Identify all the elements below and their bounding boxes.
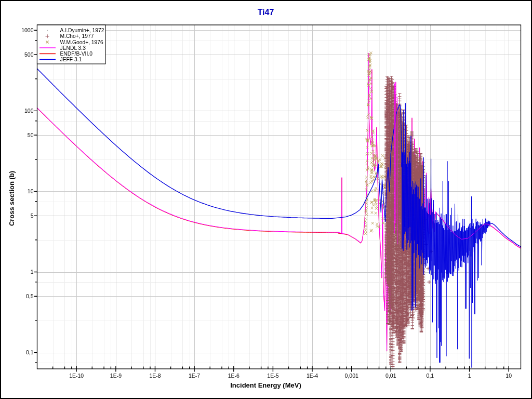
svg-text:1: 1 bbox=[31, 269, 34, 275]
svg-text:0,001: 0,001 bbox=[345, 373, 358, 379]
svg-text:M.Cho+, 1977: M.Cho+, 1977 bbox=[60, 33, 94, 39]
svg-text:1E-7: 1E-7 bbox=[189, 373, 200, 379]
svg-text:Ti47: Ti47 bbox=[258, 8, 274, 17]
svg-text:1E-4: 1E-4 bbox=[307, 373, 318, 379]
svg-text:1: 1 bbox=[468, 373, 471, 379]
svg-text:1E-8: 1E-8 bbox=[149, 373, 161, 379]
svg-text:ENDF/B-VII.0: ENDF/B-VII.0 bbox=[60, 51, 93, 57]
svg-text:0,01: 0,01 bbox=[385, 373, 396, 379]
svg-text:50: 50 bbox=[28, 132, 34, 138]
svg-text:1000: 1000 bbox=[21, 27, 34, 33]
svg-text:5: 5 bbox=[31, 212, 34, 219]
svg-text:1E-5: 1E-5 bbox=[267, 373, 278, 379]
svg-text:JENDL 3.3: JENDL 3.3 bbox=[60, 45, 86, 51]
svg-text:A.I.Dyumin+, 1972: A.I.Dyumin+, 1972 bbox=[60, 28, 104, 33]
svg-text:10: 10 bbox=[506, 373, 512, 379]
svg-text:1E-10: 1E-10 bbox=[69, 373, 84, 379]
svg-text:JEFF 3.1: JEFF 3.1 bbox=[60, 57, 82, 62]
svg-text:1E-6: 1E-6 bbox=[228, 373, 240, 379]
svg-text:10: 10 bbox=[28, 188, 34, 194]
svg-text:Cross section (b): Cross section (b) bbox=[8, 171, 16, 226]
svg-text:W.M.Good+, 1976: W.M.Good+, 1976 bbox=[60, 39, 104, 45]
svg-text:500: 500 bbox=[24, 51, 34, 58]
svg-text:0,1: 0,1 bbox=[427, 373, 434, 379]
svg-text:0,1: 0,1 bbox=[26, 349, 34, 355]
svg-text:Incident Energy (MeV): Incident Energy (MeV) bbox=[230, 381, 301, 389]
svg-text:0,5: 0,5 bbox=[26, 293, 34, 299]
svg-text:100: 100 bbox=[24, 108, 34, 114]
svg-text:1E-9: 1E-9 bbox=[110, 373, 122, 379]
